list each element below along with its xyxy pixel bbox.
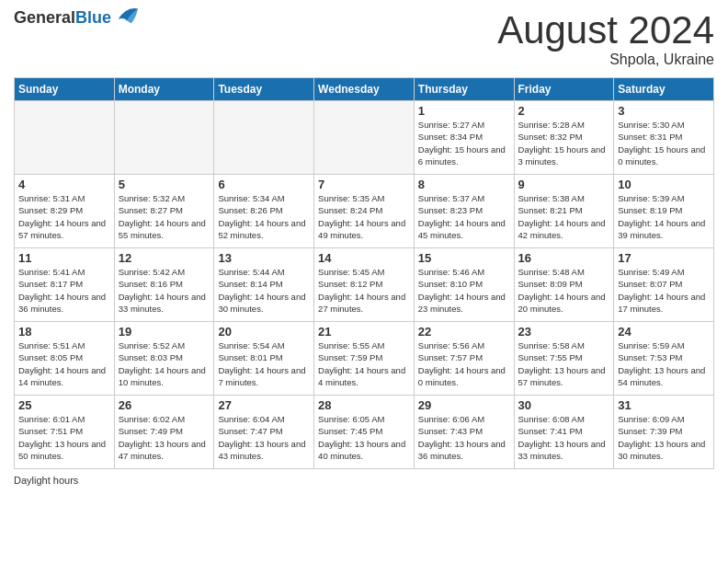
page-header: GeneralBlue August 2024 Shpola, Ukraine — [14, 9, 714, 68]
day-info: Sunrise: 6:04 AM Sunset: 7:47 PM Dayligh… — [218, 413, 310, 462]
day-number: 18 — [18, 325, 110, 339]
calendar-table: SundayMondayTuesdayWednesdayThursdayFrid… — [14, 77, 714, 469]
title-block: August 2024 Shpola, Ukraine — [497, 9, 714, 68]
calendar-cell: 2Sunrise: 5:28 AM Sunset: 8:32 PM Daylig… — [514, 101, 614, 175]
calendar-cell: 29Sunrise: 6:06 AM Sunset: 7:43 PM Dayli… — [414, 396, 514, 469]
day-of-week-header: Friday — [514, 78, 614, 101]
day-of-week-header: Tuesday — [214, 78, 314, 101]
day-number: 12 — [119, 251, 210, 265]
calendar-cell: 11Sunrise: 5:41 AM Sunset: 8:17 PM Dayli… — [15, 248, 115, 322]
day-number: 11 — [18, 251, 110, 265]
day-number: 6 — [218, 178, 310, 191]
calendar-cell: 3Sunrise: 5:30 AM Sunset: 8:31 PM Daylig… — [614, 101, 714, 175]
calendar-cell: 22Sunrise: 5:56 AM Sunset: 7:57 PM Dayli… — [414, 322, 514, 396]
calendar-cell: 26Sunrise: 6:02 AM Sunset: 7:49 PM Dayli… — [114, 396, 214, 469]
calendar-cell: 12Sunrise: 5:42 AM Sunset: 8:16 PM Dayli… — [114, 248, 214, 322]
calendar-cell: 4Sunrise: 5:31 AM Sunset: 8:29 PM Daylig… — [15, 175, 115, 248]
calendar-cell: 25Sunrise: 6:01 AM Sunset: 7:51 PM Dayli… — [15, 396, 115, 469]
day-info: Sunrise: 5:58 AM Sunset: 7:55 PM Dayligh… — [518, 339, 610, 388]
calendar-cell: 18Sunrise: 5:51 AM Sunset: 8:05 PM Dayli… — [15, 322, 115, 396]
day-number: 17 — [618, 251, 710, 265]
day-number: 30 — [518, 398, 610, 412]
calendar-cell: 20Sunrise: 5:54 AM Sunset: 8:01 PM Dayli… — [214, 322, 314, 396]
calendar-cell: 6Sunrise: 5:34 AM Sunset: 8:26 PM Daylig… — [214, 175, 314, 248]
day-info: Sunrise: 6:02 AM Sunset: 7:49 PM Dayligh… — [119, 413, 210, 462]
day-info: Sunrise: 5:56 AM Sunset: 7:57 PM Dayligh… — [418, 339, 510, 388]
day-info: Sunrise: 6:08 AM Sunset: 7:41 PM Dayligh… — [518, 413, 610, 462]
day-info: Sunrise: 5:41 AM Sunset: 8:17 PM Dayligh… — [18, 266, 110, 315]
day-number: 3 — [618, 104, 710, 118]
calendar-cell: 23Sunrise: 5:58 AM Sunset: 7:55 PM Dayli… — [514, 322, 614, 396]
logo-bird-icon — [114, 2, 140, 28]
calendar-week-row: 1Sunrise: 5:27 AM Sunset: 8:34 PM Daylig… — [15, 101, 714, 175]
day-info: Sunrise: 5:27 AM Sunset: 8:34 PM Dayligh… — [418, 119, 510, 167]
day-number: 13 — [218, 251, 310, 265]
calendar-cell — [314, 101, 415, 175]
calendar-week-row: 25Sunrise: 6:01 AM Sunset: 7:51 PM Dayli… — [15, 396, 714, 469]
calendar-cell: 10Sunrise: 5:39 AM Sunset: 8:19 PM Dayli… — [614, 175, 714, 248]
day-info: Sunrise: 5:35 AM Sunset: 8:24 PM Dayligh… — [318, 192, 410, 241]
day-info: Sunrise: 6:01 AM Sunset: 7:51 PM Dayligh… — [18, 413, 110, 462]
calendar-cell: 1Sunrise: 5:27 AM Sunset: 8:34 PM Daylig… — [414, 101, 514, 175]
day-of-week-header: Saturday — [614, 78, 714, 101]
day-info: Sunrise: 5:30 AM Sunset: 8:31 PM Dayligh… — [618, 119, 710, 167]
calendar-cell — [114, 101, 214, 175]
day-number: 26 — [119, 398, 210, 412]
day-number: 27 — [218, 398, 310, 412]
calendar-cell: 15Sunrise: 5:46 AM Sunset: 8:10 PM Dayli… — [414, 248, 514, 322]
location-title: Shpola, Ukraine — [497, 52, 714, 68]
day-number: 8 — [418, 178, 510, 191]
calendar-week-row: 18Sunrise: 5:51 AM Sunset: 8:05 PM Dayli… — [15, 322, 714, 396]
day-info: Sunrise: 5:52 AM Sunset: 8:03 PM Dayligh… — [119, 339, 210, 388]
daylight-label: Daylight hours — [14, 475, 78, 486]
day-info: Sunrise: 5:39 AM Sunset: 8:19 PM Dayligh… — [618, 192, 710, 241]
day-number: 9 — [518, 178, 610, 191]
day-info: Sunrise: 5:55 AM Sunset: 7:59 PM Dayligh… — [318, 339, 410, 388]
day-info: Sunrise: 5:28 AM Sunset: 8:32 PM Dayligh… — [518, 119, 610, 167]
day-number: 23 — [518, 325, 610, 339]
logo-general-text: GeneralBlue — [14, 9, 111, 28]
day-info: Sunrise: 5:34 AM Sunset: 8:26 PM Dayligh… — [218, 192, 310, 241]
day-info: Sunrise: 5:54 AM Sunset: 8:01 PM Dayligh… — [218, 339, 310, 388]
calendar-cell: 24Sunrise: 5:59 AM Sunset: 7:53 PM Dayli… — [614, 322, 714, 396]
day-number: 10 — [618, 178, 710, 191]
day-number: 15 — [418, 251, 510, 265]
calendar-cell: 27Sunrise: 6:04 AM Sunset: 7:47 PM Dayli… — [214, 396, 314, 469]
calendar-cell — [15, 101, 115, 175]
day-info: Sunrise: 5:31 AM Sunset: 8:29 PM Dayligh… — [18, 192, 110, 241]
day-info: Sunrise: 5:48 AM Sunset: 8:09 PM Dayligh… — [518, 266, 610, 315]
day-number: 22 — [418, 325, 510, 339]
footer: Daylight hours — [14, 475, 714, 486]
day-number: 25 — [18, 398, 110, 412]
day-info: Sunrise: 5:44 AM Sunset: 8:14 PM Dayligh… — [218, 266, 310, 315]
day-number: 7 — [318, 178, 410, 191]
calendar-cell: 21Sunrise: 5:55 AM Sunset: 7:59 PM Dayli… — [314, 322, 415, 396]
calendar-cell: 9Sunrise: 5:38 AM Sunset: 8:21 PM Daylig… — [514, 175, 614, 248]
day-info: Sunrise: 5:51 AM Sunset: 8:05 PM Dayligh… — [18, 339, 110, 388]
calendar-cell: 14Sunrise: 5:45 AM Sunset: 8:12 PM Dayli… — [314, 248, 415, 322]
calendar-header-row: SundayMondayTuesdayWednesdayThursdayFrid… — [15, 78, 714, 101]
day-info: Sunrise: 6:05 AM Sunset: 7:45 PM Dayligh… — [318, 413, 410, 462]
logo: GeneralBlue — [14, 9, 140, 28]
calendar-cell: 30Sunrise: 6:08 AM Sunset: 7:41 PM Dayli… — [514, 396, 614, 469]
day-info: Sunrise: 5:45 AM Sunset: 8:12 PM Dayligh… — [318, 266, 410, 315]
day-of-week-header: Wednesday — [314, 78, 415, 101]
day-number: 14 — [318, 251, 410, 265]
calendar-cell: 13Sunrise: 5:44 AM Sunset: 8:14 PM Dayli… — [214, 248, 314, 322]
day-info: Sunrise: 5:46 AM Sunset: 8:10 PM Dayligh… — [418, 266, 510, 315]
day-of-week-header: Thursday — [414, 78, 514, 101]
calendar-cell: 19Sunrise: 5:52 AM Sunset: 8:03 PM Dayli… — [114, 322, 214, 396]
day-number: 28 — [318, 398, 410, 412]
day-number: 5 — [119, 178, 210, 191]
day-number: 1 — [418, 104, 510, 118]
calendar-cell: 31Sunrise: 6:09 AM Sunset: 7:39 PM Dayli… — [614, 396, 714, 469]
calendar-week-row: 11Sunrise: 5:41 AM Sunset: 8:17 PM Dayli… — [15, 248, 714, 322]
calendar-cell: 8Sunrise: 5:37 AM Sunset: 8:23 PM Daylig… — [414, 175, 514, 248]
day-number: 20 — [218, 325, 310, 339]
calendar-cell: 16Sunrise: 5:48 AM Sunset: 8:09 PM Dayli… — [514, 248, 614, 322]
day-info: Sunrise: 5:37 AM Sunset: 8:23 PM Dayligh… — [418, 192, 510, 241]
day-number: 29 — [418, 398, 510, 412]
calendar-cell: 7Sunrise: 5:35 AM Sunset: 8:24 PM Daylig… — [314, 175, 415, 248]
day-number: 2 — [518, 104, 610, 118]
day-number: 31 — [618, 398, 710, 412]
